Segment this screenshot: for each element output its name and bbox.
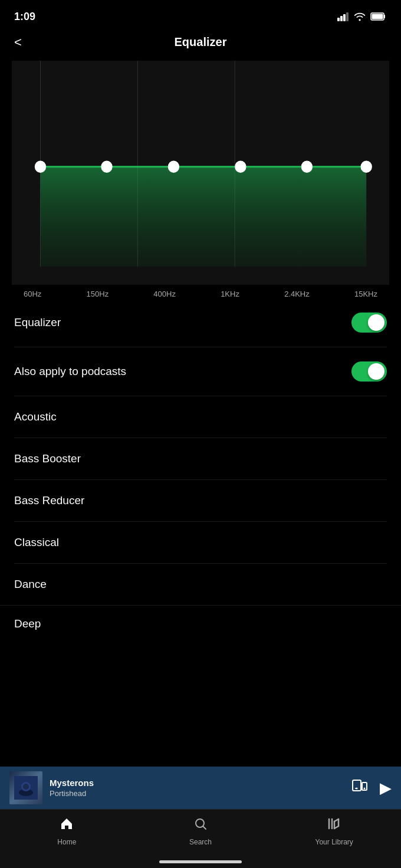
album-art-svg xyxy=(14,776,38,800)
preset-deep-partial-row[interactable]: Deep xyxy=(0,605,401,636)
preset-bass-reducer-row[interactable]: Bass Reducer xyxy=(14,480,387,522)
equalizer-label: Equalizer xyxy=(14,316,61,329)
search-icon xyxy=(193,817,208,834)
nav-library-label: Your Library xyxy=(315,838,353,846)
svg-rect-5 xyxy=(372,14,383,19)
svg-point-13 xyxy=(168,160,179,173)
header: < Equalizer xyxy=(0,29,401,61)
svg-line-27 xyxy=(203,827,206,830)
svg-rect-0 xyxy=(337,18,340,21)
back-button[interactable]: < xyxy=(14,35,22,50)
freq-400hz: 400Hz xyxy=(153,290,176,298)
settings-list: Equalizer Also apply to podcasts Acousti… xyxy=(0,298,401,605)
preset-bass-booster-row[interactable]: Bass Booster xyxy=(14,438,387,480)
preset-classical-row[interactable]: Classical xyxy=(14,522,387,564)
home-svg xyxy=(60,817,74,831)
podcasts-toggle-row: Also apply to podcasts xyxy=(14,347,387,396)
connect-svg xyxy=(351,778,368,794)
preset-deep-label: Deep xyxy=(14,617,41,630)
status-time: 1:09 xyxy=(14,11,35,23)
freq-60hz: 60Hz xyxy=(24,290,41,298)
preset-dance-row[interactable]: Dance xyxy=(14,564,387,605)
eq-chart[interactable] xyxy=(12,61,389,285)
svg-point-15 xyxy=(301,160,313,173)
play-button[interactable]: ▶ xyxy=(380,779,392,797)
home-icon xyxy=(60,817,74,834)
freq-150hz: 150Hz xyxy=(87,290,109,298)
eq-chart-container[interactable] xyxy=(12,61,389,285)
track-artist: Portishead xyxy=(50,789,344,798)
track-title: Mysterons xyxy=(50,778,344,788)
now-playing-info: Mysterons Portishead xyxy=(50,778,344,798)
nav-search-label: Search xyxy=(189,838,212,846)
connect-devices-icon[interactable] xyxy=(351,778,368,798)
svg-point-20 xyxy=(23,784,29,790)
freq-1khz: 1KHz xyxy=(221,290,239,298)
status-bar: 1:09 xyxy=(0,0,401,29)
eq-freq-labels: 60Hz 150Hz 400Hz 1KHz 2.4KHz 15KHz xyxy=(12,285,389,298)
page-title: Equalizer xyxy=(175,35,227,49)
status-icons xyxy=(337,12,387,21)
home-indicator xyxy=(159,860,242,863)
nav-home-label: Home xyxy=(57,838,76,846)
library-svg xyxy=(327,817,341,831)
freq-2-4khz: 2.4KHz xyxy=(284,290,310,298)
svg-rect-1 xyxy=(340,16,343,21)
svg-point-16 xyxy=(361,160,372,173)
svg-point-24 xyxy=(356,788,358,790)
nav-search[interactable]: Search xyxy=(134,817,268,846)
svg-rect-3 xyxy=(346,12,349,21)
album-art-inner xyxy=(9,771,42,804)
library-icon xyxy=(327,817,341,834)
svg-point-12 xyxy=(101,160,112,173)
now-playing-controls: ▶ xyxy=(351,778,392,798)
signal-icon xyxy=(337,12,349,21)
equalizer-toggle-row: Equalizer xyxy=(14,298,387,347)
search-svg xyxy=(193,817,208,831)
podcasts-label: Also apply to podcasts xyxy=(14,365,126,378)
album-art xyxy=(9,771,42,804)
equalizer-toggle[interactable] xyxy=(351,313,387,333)
bottom-nav: Home Search Your Library xyxy=(0,809,401,868)
freq-15khz: 15KHz xyxy=(354,290,377,298)
nav-home[interactable]: Home xyxy=(0,817,134,846)
battery-icon xyxy=(370,12,387,21)
nav-library[interactable]: Your Library xyxy=(267,817,401,846)
toggle-knob xyxy=(368,314,384,331)
now-playing-bar: Mysterons Portishead ▶ xyxy=(0,767,401,809)
preset-bass-reducer-label: Bass Reducer xyxy=(14,494,84,507)
toggle-knob-podcasts xyxy=(368,363,384,380)
svg-rect-2 xyxy=(343,14,346,21)
svg-point-25 xyxy=(364,788,366,790)
svg-marker-10 xyxy=(40,167,366,267)
preset-acoustic-row[interactable]: Acoustic xyxy=(14,396,387,438)
svg-point-11 xyxy=(35,160,46,173)
preset-dance-label: Dance xyxy=(14,578,47,591)
svg-point-14 xyxy=(235,160,246,173)
preset-acoustic-label: Acoustic xyxy=(14,410,57,423)
preset-classical-label: Classical xyxy=(14,536,59,549)
podcasts-toggle[interactable] xyxy=(351,361,387,382)
wifi-icon xyxy=(354,12,366,21)
preset-bass-booster-label: Bass Booster xyxy=(14,452,81,465)
